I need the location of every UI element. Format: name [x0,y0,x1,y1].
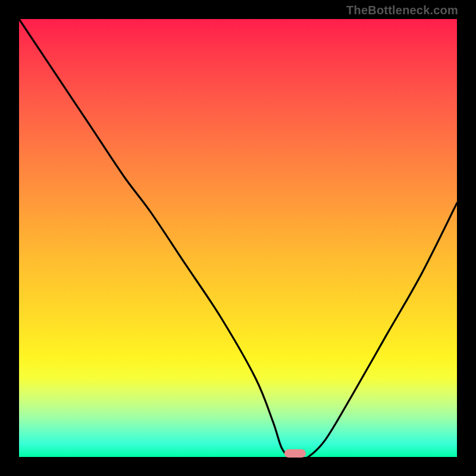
optimal-marker [284,449,306,458]
bottleneck-curve-path [19,19,457,458]
plot-area [19,19,457,457]
chart-container: TheBottleneck.com [0,0,476,476]
curve-svg [19,19,457,457]
watermark-text: TheBottleneck.com [346,4,458,17]
